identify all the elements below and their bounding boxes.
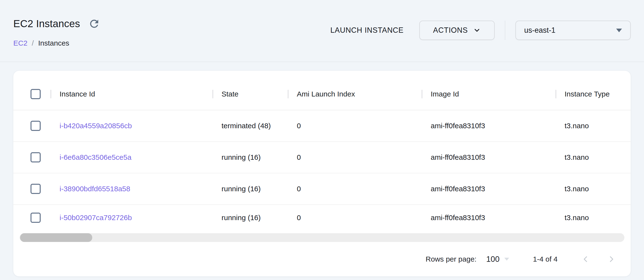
caret-down-icon <box>504 258 509 260</box>
row-checkbox[interactable] <box>30 213 41 223</box>
image-id-cell: ami-ff0fea8310f3 <box>422 185 556 193</box>
instance-type-cell: t3.nano <box>556 153 631 161</box>
chevron-down-icon <box>473 27 481 34</box>
rows-per-page-label: Rows per page: <box>426 255 476 263</box>
instance-type-cell: t3.nano <box>556 214 631 222</box>
table-row: i-38900bdfd65518a58 running (16) 0 ami-f… <box>13 173 631 205</box>
caret-down-icon <box>616 29 622 32</box>
header-controls: LAUNCH INSTANCE ACTIONS us-east-1 <box>328 21 631 40</box>
instance-id-cell: i-50b02907ca792726b <box>50 214 212 222</box>
breadcrumb-current: Instances <box>38 39 69 48</box>
instances-card: Instance Id State Ami Launch Index Image… <box>13 71 631 276</box>
breadcrumb-ec2-link[interactable]: EC2 <box>13 39 27 48</box>
table-header-row: Instance Id State Ami Launch Index Image… <box>13 78 631 110</box>
controls-divider <box>505 21 505 40</box>
instance-type-cell: t3.nano <box>556 185 631 193</box>
state-cell: terminated (48) <box>212 122 288 130</box>
row-checkbox[interactable] <box>30 184 41 194</box>
ami-launch-index-cell: 0 <box>288 153 422 161</box>
table-row: i-b420a4559a20856cb terminated (48) 0 am… <box>13 110 631 142</box>
state-cell: running (16) <box>212 185 288 193</box>
next-page-button[interactable] <box>606 253 617 265</box>
state-cell: running (16) <box>212 153 288 161</box>
select-all-cell <box>13 89 50 99</box>
row-checkbox-cell <box>13 213 50 223</box>
instance-id-link[interactable]: i-38900bdfd65518a58 <box>60 185 130 193</box>
instance-id-cell: i-6e6a80c3506e5ce5a <box>50 153 212 161</box>
row-checkbox[interactable] <box>30 121 41 131</box>
pagination: Rows per page: 100 1-4 of 4 <box>13 242 631 276</box>
instance-id-cell: i-38900bdfd65518a58 <box>50 185 212 193</box>
instance-type-cell: t3.nano <box>556 122 631 130</box>
column-header-ami-launch-index: Ami Launch Index <box>288 90 422 98</box>
column-header-state: State <box>212 90 288 98</box>
table-row: i-50b02907ca792726b running (16) 0 ami-f… <box>13 205 631 230</box>
pagination-range: 1-4 of 4 <box>533 255 558 263</box>
refresh-button[interactable] <box>88 17 101 31</box>
rows-per-page-select[interactable]: 100 <box>486 254 509 264</box>
ami-launch-index-cell: 0 <box>288 214 422 222</box>
state-cell: running (16) <box>212 214 288 222</box>
row-checkbox-cell <box>13 184 50 194</box>
instance-id-link[interactable]: i-6e6a80c3506e5ce5a <box>60 153 132 161</box>
row-checkbox-cell <box>13 121 50 131</box>
region-select-value: us-east-1 <box>524 26 556 35</box>
chevron-right-icon <box>607 254 616 264</box>
column-header-image-id: Image Id <box>422 90 556 98</box>
refresh-icon <box>88 18 100 30</box>
ami-launch-index-cell: 0 <box>288 122 422 130</box>
launch-instance-button[interactable]: LAUNCH INSTANCE <box>328 26 406 35</box>
table-row: i-6e6a80c3506e5ce5a running (16) 0 ami-f… <box>13 142 631 173</box>
chevron-left-icon <box>580 254 590 264</box>
horizontal-scrollbar[interactable] <box>20 233 624 242</box>
actions-button-label: ACTIONS <box>433 26 468 35</box>
breadcrumb: EC2 / Instances <box>13 39 631 48</box>
row-checkbox[interactable] <box>30 152 41 162</box>
instance-id-link[interactable]: i-50b02907ca792726b <box>60 214 132 222</box>
page-header: EC2 Instances EC2 / Instances LAUNCH INS… <box>0 0 644 62</box>
previous-page-button[interactable] <box>580 253 591 265</box>
actions-button[interactable]: ACTIONS <box>419 21 494 40</box>
region-select[interactable]: us-east-1 <box>516 21 631 40</box>
scrollbar-thumb[interactable] <box>20 233 92 242</box>
rows-per-page-value: 100 <box>486 254 500 264</box>
instance-id-link[interactable]: i-b420a4559a20856cb <box>60 122 132 130</box>
column-header-instance-id: Instance Id <box>50 90 212 98</box>
instance-id-cell: i-b420a4559a20856cb <box>50 122 212 130</box>
row-checkbox-cell <box>13 152 50 162</box>
select-all-checkbox[interactable] <box>30 89 41 99</box>
column-header-instance-type: Instance Type <box>556 90 631 98</box>
image-id-cell: ami-ff0fea8310f3 <box>422 122 556 130</box>
page-title: EC2 Instances <box>13 18 80 30</box>
breadcrumb-separator: / <box>32 39 34 48</box>
image-id-cell: ami-ff0fea8310f3 <box>422 153 556 161</box>
ami-launch-index-cell: 0 <box>288 185 422 193</box>
image-id-cell: ami-ff0fea8310f3 <box>422 214 556 222</box>
